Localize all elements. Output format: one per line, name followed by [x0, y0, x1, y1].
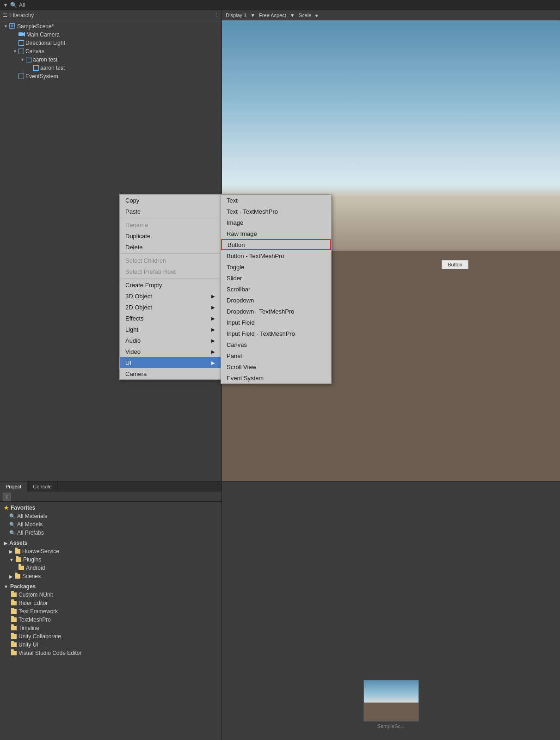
svg-marker-3 — [23, 32, 25, 37]
android-label: Android — [26, 565, 45, 571]
canvas-item[interactable]: ▼ Canvas — [0, 47, 222, 56]
submenu-button[interactable]: Button — [221, 239, 331, 250]
folder-icon-test — [11, 609, 17, 614]
submenu-text-tmpro[interactable]: Text - TextMeshPro — [221, 206, 331, 217]
plugins-label: Plugins — [23, 556, 41, 563]
folder-icon-nunit — [11, 592, 17, 597]
tab-console[interactable]: Console — [27, 481, 57, 492]
folder-icon-rider — [11, 601, 17, 605]
star-icon: ★ — [4, 505, 9, 511]
submenu-text[interactable]: Text — [221, 195, 331, 206]
context-3d-object[interactable]: 3D Object▶ — [120, 290, 221, 302]
context-2d-object[interactable]: 2D Object▶ — [120, 302, 221, 313]
aspect-dropdown[interactable]: ▼ — [290, 12, 295, 18]
aspect-label[interactable]: Free Aspect — [259, 12, 286, 18]
directional-light-item[interactable]: Directional Light — [0, 39, 222, 47]
hierarchy-content: ▼ SampleScene* Main Camera — [0, 20, 222, 82]
scenes-item[interactable]: ▶ Scenes — [0, 572, 222, 580]
context-copy[interactable]: Copy — [120, 195, 221, 206]
submenu-arrow-effects: ▶ — [211, 316, 215, 321]
submenu-panel[interactable]: Panel — [221, 350, 331, 361]
bottom-section: Project Console + ★ Favorites 🔍 All Mate… — [0, 481, 560, 740]
submenu-toggle[interactable]: Toggle — [221, 261, 331, 272]
submenu-input-field-tmpro[interactable]: Input Field - TextMeshPro — [221, 328, 331, 339]
custom-nunit-item[interactable]: Custom NUnit — [0, 591, 222, 599]
unity-collaborate-label: Unity Collaborate — [18, 633, 61, 640]
unity-collaborate-item[interactable]: Unity Collaborate — [0, 632, 222, 641]
main-camera-label: Main Camera — [26, 31, 60, 38]
context-menu: Copy Paste Rename Duplicate Delete Selec… — [119, 194, 221, 380]
all-prefabs-item[interactable]: 🔍 All Prefabs — [0, 529, 222, 537]
top-dropdown-arrow[interactable]: ▼ — [3, 2, 8, 8]
context-create-empty[interactable]: Create Empty — [120, 279, 221, 290]
context-camera[interactable]: Camera — [120, 368, 221, 379]
scene-thumbnail[interactable] — [363, 680, 419, 722]
submenu-dropdown-tmpro[interactable]: Dropdown - TextMeshPro — [221, 306, 331, 317]
aaron-test-1-item[interactable]: ▼ aaron test — [0, 56, 222, 64]
hierarchy-more-btn[interactable]: ⋮ — [214, 12, 219, 18]
timeline-item[interactable]: Timeline — [0, 624, 222, 632]
vs-code-editor-label: Visual Studio Code Editor — [18, 650, 82, 656]
aaron-test-2-item[interactable]: aaron test — [0, 64, 222, 72]
context-paste[interactable]: Paste — [120, 206, 221, 217]
textmeshpro-label: TextMeshPro — [18, 617, 51, 623]
context-delete[interactable]: Delete — [120, 241, 221, 253]
all-prefabs-label: All Prefabs — [17, 530, 44, 536]
all-materials-label: All Materials — [17, 513, 47, 519]
submenu-arrow-3d: ▶ — [211, 294, 215, 299]
context-rename: Rename — [120, 219, 221, 230]
scale-slider[interactable]: ● — [315, 12, 318, 18]
separator-1 — [120, 218, 221, 218]
rider-editor-item[interactable]: Rider Editor — [0, 599, 222, 607]
android-item[interactable]: Android — [0, 564, 222, 572]
display-label[interactable]: Display 1 — [226, 12, 246, 18]
context-effects[interactable]: Effects▶ — [120, 313, 221, 324]
scene-root-item[interactable]: ▼ SampleScene* — [0, 22, 222, 31]
submenu-raw-image[interactable]: Raw Image — [221, 228, 331, 239]
submenu-scrollbar[interactable]: Scrollbar — [221, 284, 331, 295]
submenu-event-system[interactable]: Event System — [221, 372, 331, 383]
context-video[interactable]: Video▶ — [120, 346, 221, 357]
huawei-service-item[interactable]: ▶ HuaweiService — [0, 547, 222, 555]
submenu-image[interactable]: Image — [221, 217, 331, 228]
svg-rect-2 — [18, 32, 23, 36]
tab-project[interactable]: Project — [0, 481, 27, 492]
scene-arrow: ▼ — [4, 24, 9, 29]
test-framework-item[interactable]: Test Framework — [0, 607, 222, 616]
submenu-scroll-view[interactable]: Scroll View — [221, 361, 331, 372]
submenu-canvas[interactable]: Canvas — [221, 339, 331, 350]
textmeshpro-item[interactable]: TextMeshPro — [0, 616, 222, 624]
assets-header[interactable]: ▶ Assets — [0, 539, 222, 547]
main-camera-item[interactable]: Main Camera — [0, 31, 222, 39]
submenu-button-tmpro[interactable]: Button - TextMeshPro — [221, 250, 331, 261]
folder-icon-huawei — [15, 549, 20, 554]
vs-code-editor-item[interactable]: Visual Studio Code Editor — [0, 649, 222, 657]
submenu-slider[interactable]: Slider — [221, 272, 331, 284]
event-system-item[interactable]: EventSystem — [0, 72, 222, 80]
packages-header[interactable]: ▼ Packages — [0, 582, 222, 591]
context-light[interactable]: Light▶ — [120, 324, 221, 335]
plugins-arrow: ▼ — [9, 557, 14, 562]
folder-icon-plugins — [16, 557, 21, 562]
submenu-dropdown[interactable]: Dropdown — [221, 295, 331, 306]
context-duplicate[interactable]: Duplicate — [120, 230, 221, 241]
favorites-header[interactable]: ★ Favorites — [0, 504, 222, 512]
submenu-arrow-video: ▶ — [211, 349, 215, 354]
sample-scene-thumbnail-label: SampleSc... — [377, 723, 405, 729]
plugins-item[interactable]: ▼ Plugins — [0, 555, 222, 564]
scene-bottom-panel: SampleSc... — [222, 481, 560, 740]
hierarchy-expand-btn[interactable]: ☰ — [3, 12, 7, 18]
submenu-input-field[interactable]: Input Field — [221, 317, 331, 328]
timeline-label: Timeline — [18, 625, 39, 631]
all-materials-item[interactable]: 🔍 All Materials — [0, 512, 222, 520]
context-audio[interactable]: Audio▶ — [120, 335, 221, 346]
scene-root-label: SampleScene* — [17, 23, 54, 30]
rider-editor-label: Rider Editor — [18, 600, 48, 606]
search-icon-prefabs: 🔍 — [9, 530, 16, 536]
project-add-btn[interactable]: + — [3, 493, 11, 501]
all-models-item[interactable]: 🔍 All Models — [0, 520, 222, 529]
aaron-test-1-label: aaron test — [33, 56, 57, 63]
display-dropdown[interactable]: ▼ — [250, 12, 255, 18]
unity-ui-item[interactable]: Unity UI — [0, 641, 222, 649]
context-ui[interactable]: UI▶ — [120, 357, 221, 368]
